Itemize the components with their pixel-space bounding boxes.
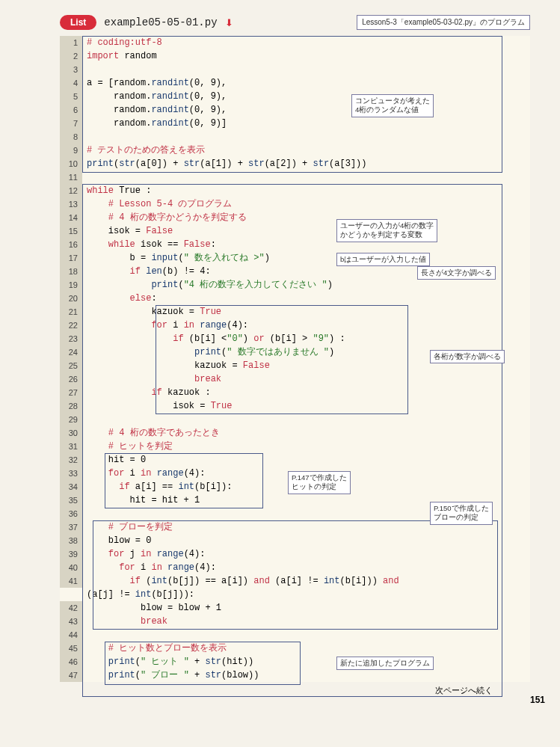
note-hit: P.147で作成した ヒットの判定 xyxy=(288,471,351,494)
code-line: # 4 桁の数字かどうかを判定する xyxy=(82,211,530,224)
lineno: 37 xyxy=(60,520,82,534)
code-line: for j in range(4): xyxy=(82,547,530,561)
lineno: 5 xyxy=(60,90,82,103)
lineno: 3 xyxy=(60,63,82,76)
lineno: 42 xyxy=(60,601,82,615)
note-digit: 各桁が数字か調べる xyxy=(430,350,505,363)
list-badge: List xyxy=(60,15,96,30)
lineno: 26 xyxy=(60,372,82,386)
code-line: random.randint(0, 9), xyxy=(82,90,530,103)
lineno: 18 xyxy=(60,265,82,278)
lineno: 23 xyxy=(60,332,82,345)
note-len: 長さが4文字か調べる xyxy=(417,266,496,280)
note-isok: ユーザーの入力が4桁の数字 かどうかを判定する変数 xyxy=(336,219,437,242)
lineno: 47 xyxy=(60,668,82,682)
lineno: 17 xyxy=(60,251,82,265)
lineno: 8 xyxy=(60,130,82,144)
code-line: kazuok = True xyxy=(82,305,530,319)
code-line: for i in range(4): xyxy=(82,561,530,574)
reference-box: Lesson5-3「example05-03-02.py」のプログラム xyxy=(357,15,530,30)
lineno: 9 xyxy=(60,144,82,157)
code-line: print("4 桁の数字を入力してください ") xyxy=(82,278,530,292)
code-line: # coding:utf-8 xyxy=(82,36,530,49)
code-line: if kazuok : xyxy=(82,386,530,399)
lineno: 24 xyxy=(60,345,82,359)
continue-text: 次ページへ続く xyxy=(60,685,493,696)
note-random: コンピュータが考えた 4桁のランダムな値 xyxy=(351,94,434,117)
note-new: 新たに追加したプログラム xyxy=(336,657,434,670)
lineno: 11 xyxy=(60,170,82,184)
code-line: for i in range(4): xyxy=(82,319,530,332)
lineno: 12 xyxy=(60,184,82,197)
code-line: # ヒット数とブロー数を表示 xyxy=(82,642,530,655)
lineno: 13 xyxy=(60,197,82,211)
code-line: else: xyxy=(82,292,530,305)
lineno: 16 xyxy=(60,238,82,251)
code-line: b = input(" 数を入れてね >") xyxy=(82,251,530,265)
code-line: a = [random.randint(0, 9), xyxy=(82,76,530,90)
lineno: 4 xyxy=(60,76,82,90)
code-line: print(" ヒット " + str(hit)) xyxy=(82,655,530,668)
lineno: 33 xyxy=(60,467,82,480)
code-line: # Lesson 5-4 のプログラム xyxy=(82,197,530,211)
lineno: 45 xyxy=(60,642,82,655)
lineno: 1 xyxy=(60,36,82,49)
code-line: blow = blow + 1 xyxy=(82,601,530,615)
lineno: 36 xyxy=(60,507,82,520)
lineno: 40 xyxy=(60,561,82,574)
lineno: 21 xyxy=(60,305,82,319)
lineno: 25 xyxy=(60,359,82,372)
code-line: if (b[i] <"0") or (b[i] > "9") : xyxy=(82,332,530,345)
lineno: 30 xyxy=(60,426,82,440)
lineno: 41 xyxy=(60,574,82,588)
note-b: bはユーザーが入力した値 xyxy=(336,253,430,266)
code-line: while True : xyxy=(82,184,530,197)
code-line: random.randint(0, 9), xyxy=(82,103,530,117)
lineno: 43 xyxy=(60,615,82,628)
code-line: isok = False xyxy=(82,224,530,238)
lineno: 20 xyxy=(60,292,82,305)
code-line: import random xyxy=(82,49,530,63)
lineno: 15 xyxy=(60,224,82,238)
lineno: 31 xyxy=(60,440,82,453)
lineno: 7 xyxy=(60,117,82,130)
lineno: 22 xyxy=(60,319,82,332)
lineno: 44 xyxy=(60,628,82,642)
code-line: break xyxy=(82,372,530,386)
lineno: 35 xyxy=(60,494,82,507)
lineno: 14 xyxy=(60,211,82,224)
lineno: 38 xyxy=(60,534,82,547)
code-line: print(str(a[0]) + str(a[1]) + str(a[2]) … xyxy=(82,157,530,170)
filename: example05-05-01.py xyxy=(104,16,217,28)
code-line: while isok == False: xyxy=(82,238,530,251)
lineno: 27 xyxy=(60,386,82,399)
note-blow: P.150で作成した ブローの判定 xyxy=(430,502,493,525)
code-line: (a[j] != int(b[j])): xyxy=(82,588,530,601)
download-icon: ⬇ xyxy=(225,17,233,28)
lineno: 29 xyxy=(60,413,82,426)
lineno: 6 xyxy=(60,103,82,117)
lineno: 34 xyxy=(60,480,82,494)
lineno: 19 xyxy=(60,278,82,292)
code-line: # ヒットを判定 xyxy=(82,440,530,453)
code-line: blow = 0 xyxy=(82,534,530,547)
lineno: 32 xyxy=(60,453,82,467)
lineno: 28 xyxy=(60,399,82,413)
header: List example05-05-01.py ⬇ Lesson5-3「exam… xyxy=(60,15,530,30)
lineno: 46 xyxy=(60,655,82,668)
lineno: 2 xyxy=(60,49,82,63)
code-line: isok = True xyxy=(82,399,530,413)
code-line: break xyxy=(82,615,530,628)
code-area: コンピュータが考えた 4桁のランダムな値 ユーザーの入力が4桁の数字 かどうかを… xyxy=(60,36,530,682)
code-line: random.randint(0, 9)] xyxy=(82,117,530,130)
code-line: # 4 桁の数字であったとき xyxy=(82,426,530,440)
lineno: 10 xyxy=(60,157,82,170)
code-line: if (int(b[j]) == a[i]) and (a[i] != int(… xyxy=(82,574,530,588)
code-line: print(" ブロー " + str(blow)) xyxy=(82,668,530,682)
code-line: # テストのための答えを表示 xyxy=(82,144,530,157)
lineno: 39 xyxy=(60,547,82,561)
code-line: hit = 0 xyxy=(82,453,530,467)
page-number: 151 xyxy=(530,695,545,705)
